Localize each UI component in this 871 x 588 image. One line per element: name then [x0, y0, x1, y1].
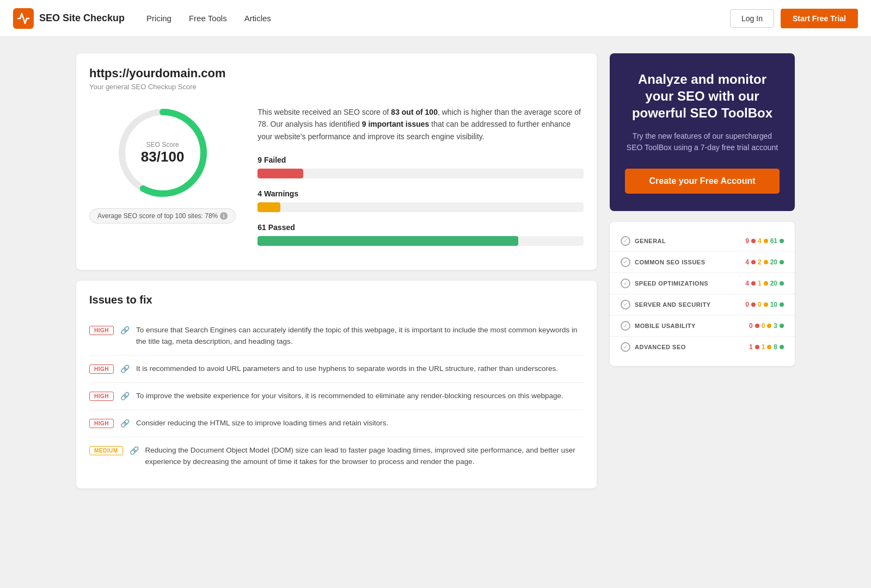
dot-green-2	[780, 281, 784, 286]
check-icon-general: ✓	[621, 236, 630, 246]
stats-nums-general: 9 4 61	[745, 237, 784, 245]
nav-pricing[interactable]: Pricing	[146, 11, 171, 25]
link-icon-3: 🔗	[120, 392, 130, 400]
check-icon-speed: ✓	[621, 278, 630, 288]
dot-red-0	[751, 239, 756, 243]
dot-green-5	[780, 345, 784, 349]
dot-orange-5	[767, 345, 771, 349]
stats-nums-speed: 4 1 20	[745, 280, 784, 287]
priority-badge-4: HIGH	[89, 419, 114, 428]
issue-text-1: To ensure that Search Engines can accura…	[136, 325, 584, 348]
stats-nums-server: 0 0 10	[745, 301, 784, 308]
cat-label-mobile: MOBILE USABILITY	[635, 323, 745, 329]
nav-articles[interactable]: Articles	[244, 11, 271, 25]
priority-badge-5: MEDIUM	[89, 446, 123, 455]
site-header: SEO Site Checkup Pricing Free Tools Arti…	[0, 0, 871, 37]
issues-card: Issues to fix HIGH 🔗 To ensure that Sear…	[76, 281, 597, 488]
issue-item-1: HIGH 🔗 To ensure that Search Engines can…	[89, 317, 584, 356]
info-icon[interactable]: i	[220, 212, 228, 220]
circle-label: SEO Score 83/100	[141, 141, 185, 165]
dot-red-1	[751, 260, 756, 264]
cat-label-server: SERVER AND SECURITY	[635, 301, 741, 308]
dot-orange-1	[764, 260, 768, 264]
stats-row-common[interactable]: ✓ COMMON SEO ISSUES 4 2 20	[610, 252, 795, 273]
failed-progress-bg	[257, 169, 584, 178]
check-icon-server: ✓	[621, 300, 630, 310]
issue-text-4: Consider reducing the HTML size to impro…	[136, 418, 388, 429]
failed-stat-row: 9 Failed	[257, 156, 584, 178]
check-icon-advanced: ✓	[621, 342, 630, 352]
passed-label: 61 Passed	[257, 223, 584, 232]
dot-red-4	[755, 324, 759, 328]
dot-green-0	[780, 239, 784, 243]
link-icon-5: 🔗	[130, 446, 139, 455]
login-button[interactable]: Log In	[730, 9, 774, 28]
cat-label-common: COMMON SEO ISSUES	[635, 259, 741, 265]
issue-item-5: MEDIUM 🔗 Reducing the Document Object Mo…	[89, 437, 584, 475]
passed-progress-bg	[257, 236, 584, 246]
stats-row-server[interactable]: ✓ SERVER AND SECURITY 0 0 10	[610, 294, 795, 315]
promo-card: Analyze and monitor your SEO with our po…	[610, 53, 795, 211]
check-icon-mobile: ✓	[621, 321, 630, 331]
stats-nums-mobile: 0 0 3	[749, 322, 784, 330]
stats-row-speed[interactable]: ✓ SPEED OPTIMIZATIONS 4 1 20	[610, 273, 795, 294]
dot-red-3	[751, 302, 756, 307]
score-content: SEO Score 83/100 Average SEO score of to…	[89, 104, 584, 257]
avg-badge: Average SEO score of top 100 sites: 78% …	[89, 208, 236, 224]
nav-free-tools[interactable]: Free Tools	[189, 11, 227, 25]
header-actions: Log In Start Free Trial	[730, 9, 858, 28]
link-icon-2: 🔗	[120, 364, 130, 373]
score-card: https://yourdomain.com Your general SEO …	[76, 53, 597, 270]
issue-item-3: HIGH 🔗 To improve the website experience…	[89, 383, 584, 410]
circle-score-value: 83/100	[141, 148, 185, 165]
right-column: Analyze and monitor your SEO with our po…	[610, 53, 795, 366]
check-icon-common: ✓	[621, 257, 630, 267]
avg-label: Average SEO score of top 100 sites: 78%	[97, 212, 218, 220]
issue-text-2: It is recommended to avoid URL parameter…	[136, 363, 558, 375]
dot-red-5	[755, 345, 759, 349]
logo-area[interactable]: SEO Site Checkup	[13, 8, 125, 29]
issues-title: Issues to fix	[89, 294, 584, 306]
dot-red-2	[751, 281, 756, 286]
create-account-button[interactable]: Create your Free Account	[625, 169, 780, 194]
dot-orange-2	[764, 281, 768, 286]
cat-label-speed: SPEED OPTIMIZATIONS	[635, 280, 741, 287]
warnings-stat-row: 4 Warnings	[257, 189, 584, 212]
start-trial-button[interactable]: Start Free Trial	[781, 9, 858, 28]
domain-title: https://yourdomain.com	[89, 66, 584, 81]
page-content: https://yourdomain.com Your general SEO …	[65, 37, 806, 505]
stats-area: This website received an SEO score of 83…	[257, 104, 584, 257]
stats-table: ✓ GENERAL 9 4 61 ✓ COMMON SEO ISSUES 4 2	[610, 222, 795, 366]
cat-label-advanced: ADVANCED SEO	[635, 344, 745, 350]
stats-description: This website received an SEO score of 83…	[257, 106, 584, 143]
passed-stat-row: 61 Passed	[257, 223, 584, 246]
score-circle: SEO Score 83/100	[114, 104, 212, 202]
warnings-label: 4 Warnings	[257, 189, 584, 198]
warnings-progress-fill	[257, 202, 280, 212]
stats-row-advanced[interactable]: ✓ ADVANCED SEO 1 1 8	[610, 337, 795, 357]
dot-orange-4	[767, 324, 771, 328]
left-column: https://yourdomain.com Your general SEO …	[76, 53, 597, 488]
issue-item-4: HIGH 🔗 Consider reducing the HTML size t…	[89, 410, 584, 437]
logo-icon	[13, 8, 34, 29]
issue-text-3: To improve the website experience for yo…	[136, 391, 563, 402]
circle-score-wrap: SEO Score 83/100 Average SEO score of to…	[89, 104, 236, 224]
dot-orange-3	[764, 302, 768, 307]
issue-item-2: HIGH 🔗 It is recommended to avoid URL pa…	[89, 356, 584, 383]
dot-orange-0	[764, 239, 768, 243]
stats-nums-common: 4 2 20	[745, 258, 784, 266]
failed-progress-fill	[257, 169, 303, 178]
circle-label-text: SEO Score	[141, 141, 185, 148]
score-bold: 83 out of 100	[391, 108, 438, 116]
link-icon-1: 🔗	[120, 326, 130, 335]
warnings-progress-bg	[257, 202, 584, 212]
score-card-subtitle: Your general SEO Checkup Score	[89, 83, 584, 91]
priority-badge-1: HIGH	[89, 326, 114, 335]
stats-row-general[interactable]: ✓ GENERAL 9 4 61	[610, 231, 795, 252]
cat-label-general: GENERAL	[635, 238, 741, 244]
issues-bold: 9 important issues	[362, 120, 430, 128]
priority-badge-2: HIGH	[89, 364, 114, 374]
issue-text-5: Reducing the Document Object Model (DOM)…	[145, 445, 584, 468]
stats-row-mobile[interactable]: ✓ MOBILE USABILITY 0 0 3	[610, 315, 795, 337]
passed-progress-fill	[257, 236, 518, 246]
